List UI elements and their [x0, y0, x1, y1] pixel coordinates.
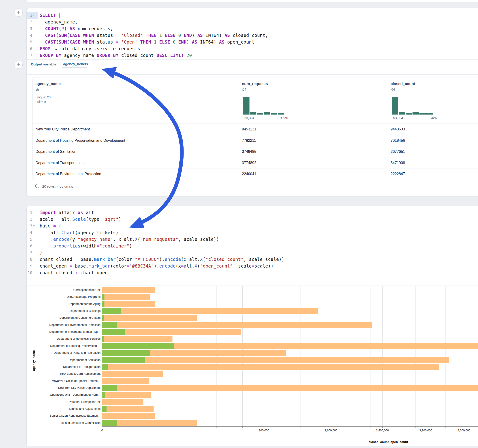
python-editor[interactable]: 1import altair as alt2scale = alt.Scale(…: [27, 206, 478, 278]
code-line: scale = alt.Scale(type="sqrt"): [40, 216, 121, 223]
table-cell: Department of Sanitation: [36, 146, 76, 157]
gridline: [242, 286, 243, 426]
gridline: [331, 286, 331, 426]
code-line: .encode(y="agency_name", x=alt.X("num_re…: [40, 236, 219, 243]
gutter-divider: [38, 10, 38, 59]
column-header-num_requests[interactable]: num_requestsi6453,3049.5e6: [242, 77, 390, 124]
bar-open-count: [102, 364, 108, 370]
bar-open-count: [102, 315, 104, 321]
x-tick: [264, 426, 264, 428]
table-cell: 3749485: [242, 146, 256, 157]
histogram-max-label: 9.5e6: [280, 116, 288, 120]
table-cell: 2222847: [391, 168, 405, 179]
x-tick: [345, 426, 345, 428]
y-axis-label: Department of Transportation: [29, 363, 101, 370]
code-line: FROM sample_data.nyc.service_requests: [40, 45, 140, 52]
search-icon[interactable]: [35, 184, 39, 189]
output-variable-input[interactable]: agency_tickets: [61, 61, 88, 68]
table-cell: New York City Police Department: [36, 124, 90, 135]
histogram-bin: [392, 97, 398, 115]
add-cell-button-top[interactable]: +: [14, 8, 23, 17]
sql-cell: 1∨SELECT 2 agency_name,3 COUNT(*) AS num…: [26, 8, 478, 196]
x-tick: [216, 426, 217, 428]
line-number: 7: [27, 52, 32, 59]
bar-open-count: [102, 357, 145, 363]
table-row[interactable]: Department of Environmental Protection22…: [33, 168, 478, 179]
gridline: [316, 286, 316, 426]
table-cell: 3471908: [391, 157, 405, 169]
line-number: 8: [27, 256, 32, 263]
histogram-bin: [399, 112, 405, 115]
gutter-divider: [38, 208, 38, 278]
x-tick: [445, 426, 446, 428]
table-cell: 9443533: [391, 124, 405, 135]
table-row[interactable]: Department of Transportation377489234719…: [33, 157, 478, 168]
gridline: [300, 286, 301, 426]
bar-closed-count: [102, 385, 478, 391]
fold-chevron-icon[interactable]: ∨: [33, 12, 36, 19]
code-line: GROUP BY agency_name ORDER BY closed_cou…: [40, 52, 192, 59]
code-line: CAST(SUM(CASE WHEN status = 'Closed' THE…: [40, 32, 268, 39]
bar-closed-count: [102, 322, 372, 328]
fold-chevron-icon[interactable]: ∨: [33, 223, 36, 229]
bar-closed-count: [102, 364, 439, 370]
bar-open-count: [102, 336, 104, 342]
line-number: 6: [27, 243, 32, 249]
x-tick: [242, 426, 243, 428]
code-line: import altair as alt: [40, 209, 94, 216]
gridline: [216, 286, 217, 426]
column-header-agency_name[interactable]: agency_namestrunique: 20nulls: 0: [36, 77, 183, 124]
gridline: [358, 286, 358, 426]
table-footer: 20 rows, 4 columns: [35, 183, 73, 190]
x-tick-label: 800,000: [259, 429, 269, 432]
x-tick-label: 1,600,000: [325, 429, 338, 432]
y-axis-label: Department of Environmental Protection: [29, 322, 101, 328]
code-line: chart_closed = base.mark_bar(color="#FFC…: [40, 256, 284, 263]
gridline: [473, 286, 473, 426]
table-cell: Department of Transportation: [36, 157, 83, 169]
code-line: ): [40, 249, 42, 256]
gridline: [283, 286, 283, 426]
table-row[interactable]: New York City Police Department945313194…: [33, 124, 478, 135]
bar-closed-count: [102, 287, 155, 293]
code-line: SELECT: [40, 12, 59, 19]
histogram-bin: [250, 112, 256, 115]
editor-separator: [27, 278, 478, 278]
column-type: i64: [242, 87, 246, 91]
table-cell: 3677651: [391, 146, 405, 157]
bar-closed-count: [102, 301, 155, 307]
x-tick: [382, 426, 383, 428]
line-number: 9: [27, 263, 32, 269]
add-cell-button-middle[interactable]: +: [14, 61, 23, 69]
histogram-bin: [243, 97, 250, 115]
sql-editor[interactable]: 1∨SELECT 2 agency_name,3 COUNT(*) AS num…: [27, 8, 478, 59]
line-number: 2: [27, 19, 32, 25]
bar-open-count: [102, 322, 117, 328]
table-row[interactable]: Department of Housing Preservation and D…: [33, 135, 478, 146]
y-axis-label: Department of Sanitation: [29, 356, 101, 363]
code-line: agency_name,: [40, 19, 78, 25]
bar-closed-count: [102, 357, 449, 363]
bar-closed-count: [102, 294, 150, 300]
column-header-closed_count[interactable]: closed_counti6453,3049.4e6: [391, 77, 478, 124]
x-tick-label: 0: [101, 429, 103, 432]
gridline: [455, 286, 455, 426]
y-axis-label: Taxi and Limousine Commission: [29, 419, 101, 426]
table-row[interactable]: Department of Sanitation37494853677651: [33, 146, 478, 157]
x-tick: [283, 426, 283, 428]
histogram-bin: [419, 113, 426, 115]
y-axis-label: Senior Citizen Rent Increase Exempti…: [29, 412, 101, 419]
histogram-bin: [264, 112, 270, 115]
y-axis-label: HRA Benefit Card Replacement: [29, 370, 101, 377]
y-axis-label: Department of Health and Mental Hyg…: [29, 328, 101, 335]
line-number: 5: [27, 236, 32, 243]
histogram-max-label: 9.4e6: [429, 116, 437, 120]
line-number: 4: [27, 229, 32, 236]
column-stat: unique: 20: [36, 95, 50, 99]
x-tick: [331, 426, 331, 428]
y-axis-label: New York City Police Department: [29, 384, 101, 391]
bar-closed-count: [102, 413, 155, 419]
y-axis-label: Department of Homeless Services: [29, 335, 101, 342]
y-axis-label: Department of Consumer Affairs: [29, 314, 101, 321]
code-line: CAST(SUM(CASE WHEN status = 'Open' THEN …: [40, 39, 254, 45]
